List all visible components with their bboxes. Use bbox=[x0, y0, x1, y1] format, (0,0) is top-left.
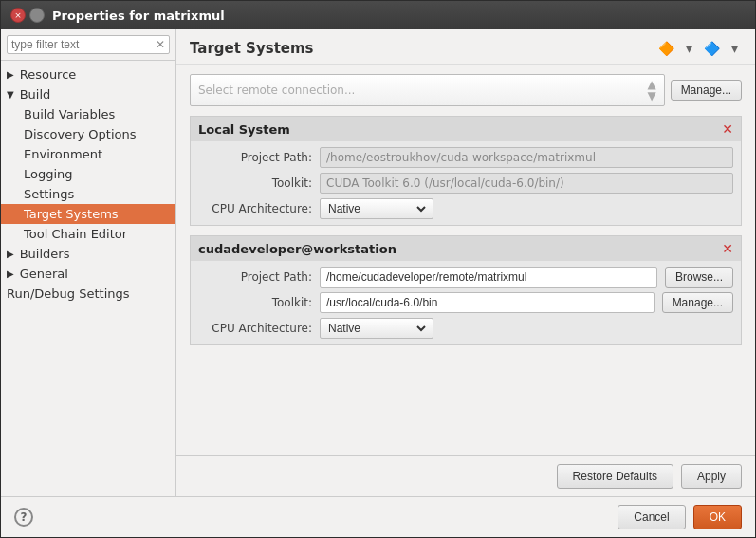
nav-dropdown-icon[interactable]: ▾ bbox=[682, 39, 696, 58]
sidebar: ✕ ▶ Resource ▼ Build Build Variables Dis… bbox=[1, 29, 176, 496]
local-toolkit-row: Toolkit: CUDA Toolkit 6.0 (/usr/local/cu… bbox=[198, 173, 733, 194]
sidebar-item-build[interactable]: ▼ Build bbox=[1, 84, 175, 104]
sidebar-item-environment[interactable]: Environment bbox=[1, 144, 175, 164]
cancel-button[interactable]: Cancel bbox=[618, 505, 685, 529]
local-project-path-label: Project Path: bbox=[198, 151, 312, 164]
sidebar-item-builders[interactable]: ▶ Builders bbox=[1, 244, 175, 264]
remote-system-body: Project Path: Browse... Toolkit: Manage.… bbox=[191, 261, 741, 344]
remote-toolkit-row: Toolkit: Manage... bbox=[198, 292, 733, 313]
sidebar-item-tool-chain-editor[interactable]: Tool Chain Editor bbox=[1, 224, 175, 244]
select-arrows-icon: ▲ ▼ bbox=[647, 79, 655, 102]
local-system-section: Local System ✕ Project Path: /home/eostr… bbox=[190, 116, 742, 226]
local-cpu-arch-dropdown[interactable]: Native x86_64 x86 ARM bbox=[324, 201, 429, 216]
nav-forward-icon[interactable]: 🔷 bbox=[700, 39, 724, 58]
window-controls: × bbox=[10, 8, 45, 23]
sidebar-item-label: Logging bbox=[24, 167, 73, 181]
local-toolkit-label: Toolkit: bbox=[198, 176, 312, 190]
local-system-body: Project Path: /home/eostroukhov/cuda-wor… bbox=[191, 141, 741, 225]
restore-defaults-button[interactable]: Restore Defaults bbox=[557, 464, 673, 489]
remote-connection-row: Select remote connection... ▲ ▼ Manage..… bbox=[190, 74, 742, 106]
sidebar-item-label: Settings bbox=[24, 187, 74, 201]
sidebar-item-general[interactable]: ▶ General bbox=[1, 264, 175, 284]
sidebar-item-build-variables[interactable]: Build Variables bbox=[1, 104, 175, 124]
sidebar-item-resource[interactable]: ▶ Resource bbox=[1, 65, 175, 84]
close-button[interactable]: × bbox=[10, 8, 26, 23]
arrow-icon: ▶ bbox=[7, 269, 14, 279]
help-icon[interactable]: ? bbox=[14, 508, 33, 527]
sidebar-item-run-debug-settings[interactable]: Run/Debug Settings bbox=[1, 284, 175, 304]
sidebar-item-label: Discovery Options bbox=[24, 127, 137, 141]
sidebar-item-logging[interactable]: Logging bbox=[1, 164, 175, 184]
content-body: Select remote connection... ▲ ▼ Manage..… bbox=[176, 65, 755, 455]
sidebar-item-label: Resource bbox=[20, 67, 77, 82]
menu-icon[interactable]: ▾ bbox=[728, 39, 742, 58]
local-system-header: Local System ✕ bbox=[191, 117, 741, 141]
remote-cpu-arch-row: CPU Architecture: Native x86_64 x86 ARM bbox=[198, 318, 733, 339]
local-toolkit-value: CUDA Toolkit 6.0 (/usr/local/cuda-6.0/bi… bbox=[320, 173, 733, 194]
remote-system-header: cudadeveloper@workstation ✕ bbox=[191, 236, 741, 261]
sidebar-item-label: Build bbox=[20, 87, 51, 102]
title-bar: × Properties for matrixmul bbox=[1, 1, 755, 29]
nav-tree: ▶ Resource ▼ Build Build Variables Disco… bbox=[1, 61, 175, 496]
header-icons: 🔶 ▾ 🔷 ▾ bbox=[655, 39, 742, 58]
manage-toolkit-button[interactable]: Manage... bbox=[662, 292, 733, 313]
remote-toolkit-input[interactable] bbox=[320, 292, 655, 313]
local-system-close-icon[interactable]: ✕ bbox=[722, 121, 733, 137]
remote-system-section: cudadeveloper@workstation ✕ Project Path… bbox=[190, 235, 742, 345]
arrow-icon: ▶ bbox=[7, 69, 14, 80]
remote-project-path-row: Project Path: Browse... bbox=[198, 267, 733, 288]
page-title: Target Systems bbox=[190, 40, 314, 57]
main-area: ✕ ▶ Resource ▼ Build Build Variables Dis… bbox=[1, 29, 755, 496]
content-panel: Target Systems 🔶 ▾ 🔷 ▾ Select remote con… bbox=[176, 29, 755, 496]
remote-cpu-arch-dropdown[interactable]: Native x86_64 x86 ARM bbox=[324, 321, 429, 336]
filter-box: ✕ bbox=[1, 29, 175, 61]
filter-input-wrap[interactable]: ✕ bbox=[7, 35, 170, 54]
sidebar-item-label: General bbox=[20, 267, 68, 281]
properties-dialog: × Properties for matrixmul ✕ ▶ Resource … bbox=[0, 0, 756, 538]
browse-button[interactable]: Browse... bbox=[665, 267, 733, 288]
sidebar-item-target-systems[interactable]: Target Systems bbox=[1, 204, 175, 224]
dialog-footer: ? Cancel OK bbox=[1, 496, 755, 537]
remote-project-path-input[interactable] bbox=[320, 267, 657, 288]
local-cpu-arch-row: CPU Architecture: Native x86_64 x86 ARM bbox=[198, 198, 733, 219]
sidebar-item-label: Run/Debug Settings bbox=[7, 287, 130, 301]
apply-button[interactable]: Apply bbox=[681, 464, 742, 489]
sidebar-item-label: Environment bbox=[24, 147, 102, 161]
remote-system-close-icon[interactable]: ✕ bbox=[722, 241, 733, 256]
remote-project-path-label: Project Path: bbox=[198, 270, 312, 284]
manage-remote-button[interactable]: Manage... bbox=[671, 80, 742, 101]
local-project-path-value: /home/eostroukhov/cuda-workspace/matrixm… bbox=[320, 147, 733, 168]
sidebar-item-discovery-options[interactable]: Discovery Options bbox=[1, 124, 175, 144]
footer-buttons: Cancel OK bbox=[618, 505, 742, 529]
remote-cpu-arch-label: CPU Architecture: bbox=[198, 322, 312, 335]
remote-system-title: cudadeveloper@workstation bbox=[198, 242, 396, 256]
ok-button[interactable]: OK bbox=[693, 505, 742, 529]
local-system-title: Local System bbox=[198, 122, 290, 137]
sidebar-item-label: Target Systems bbox=[24, 207, 119, 221]
filter-clear-icon[interactable]: ✕ bbox=[156, 38, 165, 51]
sidebar-item-label: Tool Chain Editor bbox=[24, 227, 127, 241]
local-project-path-row: Project Path: /home/eostroukhov/cuda-wor… bbox=[198, 147, 733, 168]
remote-connection-select[interactable]: Select remote connection... ▲ ▼ bbox=[190, 74, 665, 106]
sidebar-item-label: Build Variables bbox=[24, 107, 115, 121]
sidebar-item-settings[interactable]: Settings bbox=[1, 184, 175, 204]
minimize-button[interactable] bbox=[29, 8, 45, 23]
action-bar: Restore Defaults Apply bbox=[176, 455, 755, 496]
local-cpu-arch-label: CPU Architecture: bbox=[198, 202, 312, 215]
dialog-title: Properties for matrixmul bbox=[52, 9, 746, 23]
local-cpu-arch-select[interactable]: Native x86_64 x86 ARM bbox=[320, 198, 433, 219]
arrow-icon: ▶ bbox=[7, 249, 14, 259]
remote-cpu-arch-select[interactable]: Native x86_64 x86 ARM bbox=[320, 318, 433, 339]
sidebar-item-label: Builders bbox=[20, 247, 70, 261]
filter-input[interactable] bbox=[11, 38, 156, 51]
remote-toolkit-label: Toolkit: bbox=[198, 296, 312, 309]
content-header: Target Systems 🔶 ▾ 🔷 ▾ bbox=[176, 29, 755, 65]
arrow-icon: ▼ bbox=[7, 89, 14, 100]
nav-back-icon[interactable]: 🔶 bbox=[655, 39, 678, 58]
remote-connection-placeholder: Select remote connection... bbox=[198, 83, 643, 97]
